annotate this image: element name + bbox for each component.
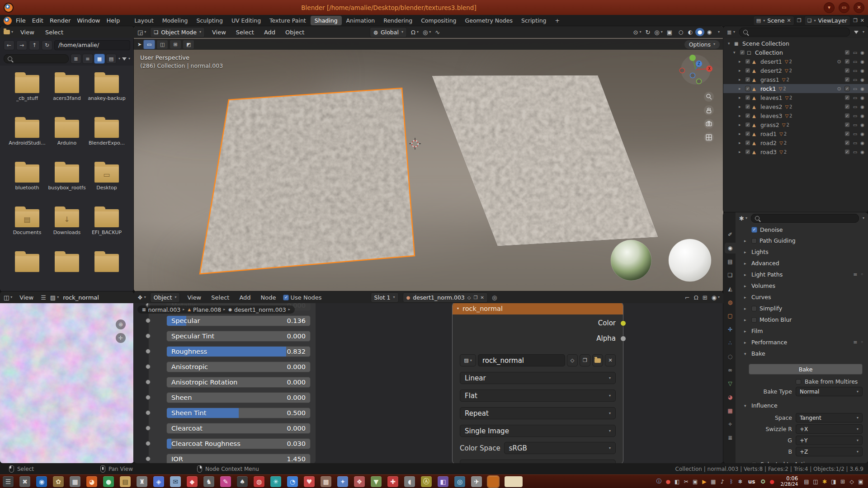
outliner-object-row[interactable]: ▸ ✓ ▲ grass1 ▽ 2 ⊙ ✓ ▭ ◉ [723,75,868,84]
node-input-socket[interactable] [146,426,151,431]
parent-node-tree-icon[interactable]: ⌐ [685,294,690,301]
denoise-row[interactable]: ✓ Denoise [737,224,868,235]
menu-item[interactable]: Select [42,28,66,37]
taskbar-app-icon[interactable]: ▼ [371,476,382,487]
collection-row[interactable]: ▾ ✓ □ Collection ✓ ▭ ◉ [723,48,868,57]
render-disable-icon[interactable]: ◉ [860,59,864,64]
swizzle-dropdown[interactable]: +Z▾ [796,447,863,456]
outliner-object-row[interactable]: ▸ ✓ ▲ leaves2 ▽ 2 ⊙ ✓ ▭ ◉ [723,102,868,111]
bsdf-slider[interactable]: IOR 1.450 [166,454,311,463]
node-input-socket[interactable] [146,349,151,354]
tray-icon[interactable]: ◨ [829,476,838,487]
render-disable-icon[interactable]: ◉ [860,86,864,91]
new-viewlayer-icon[interactable]: ❐ [853,18,858,23]
node-input-socket[interactable] [146,410,151,415]
tray-icon[interactable]: ▤ [802,476,811,487]
workspace-tab[interactable]: Geometry Nodes [461,16,517,25]
view-menu[interactable]: View [16,293,37,302]
shading-mode-button[interactable]: ◐ [686,28,695,36]
properties-tab[interactable]: ❏ [725,270,736,281]
properties-section[interactable]: ▸ Lights ≡◦ [737,246,868,258]
taskbar-app-icon[interactable]: ◆ [187,476,198,487]
folder-item[interactable] [7,249,47,291]
properties-section[interactable]: ▸ Film ≡◦ [737,325,868,337]
outliner-object-row[interactable]: ▸ ✓ ▲ leaves3 ▽ 2 ⊙ ✓ ▭ ◉ [723,111,868,120]
collapsed-menus-icon[interactable]: ☰ [41,294,46,301]
taskbar-app-icon[interactable]: ◖ [404,476,415,487]
menu-item[interactable]: View [17,28,38,37]
properties-section[interactable]: ▾ Bake ≡◦ [737,348,868,359]
tray-icon[interactable]: ◧ [673,476,682,487]
editor-type-button[interactable]: ◲▾ [137,29,146,36]
taskbar-app-icon[interactable]: ✦ [337,476,348,487]
blender-menu-icon[interactable] [4,17,12,25]
active-tool-icon[interactable]: ➤ [137,42,142,47]
influence-section[interactable]: ▾Influence [737,400,868,411]
select-checkbox[interactable]: ✓ [844,68,850,73]
taskbar-app-icon[interactable]: ✎ [220,476,231,487]
taskbar-app-icon[interactable]: ◕ [86,476,97,487]
menu-item[interactable]: File [13,16,29,25]
folder-item[interactable]: _cb_stuff [7,70,47,115]
object-checkbox[interactable]: ✓ [745,149,750,155]
folder-item[interactable]: bluetooth [7,160,47,205]
window-control-button[interactable]: ▭ [839,2,849,13]
expand-icon[interactable]: ▸ [739,141,745,145]
overlays-toggle[interactable]: ◉▾ [712,294,720,301]
shading-mode-button[interactable]: ○ [676,28,685,36]
folder-item[interactable]: AndroidStudi... [7,115,47,160]
fake-user-button[interactable]: ◇ [567,354,578,366]
expand-icon[interactable]: ▸ [739,113,745,118]
object-checkbox[interactable]: ✓ [745,131,750,136]
taskbar-app-icon[interactable]: ❖ [354,476,365,487]
image-texture-node[interactable]: ▾ rock_normal Color Alpha ▨▾ rock_norma [452,302,623,463]
render-disable-icon[interactable]: ◉ [860,113,864,118]
select-checkbox[interactable]: ✓ [844,140,850,145]
viewport-disable-icon[interactable]: ▭ [853,122,857,127]
taskbar-app-icon[interactable]: ▦ [70,476,80,487]
grid-snap-icon[interactable]: ⊞ [703,294,708,301]
bsdf-slider[interactable]: Anisotropic 0.000 [166,361,311,372]
properties-section[interactable]: ▸ Path Guiding ≡◦ [737,235,868,246]
node-dropdown[interactable]: Linear▾ [460,372,616,384]
snap-icon[interactable]: Ω [694,294,698,301]
menu-item[interactable]: Select [233,28,257,37]
select-mode-button[interactable]: ▭ [143,40,155,49]
alpha-output-socket[interactable] [620,336,626,342]
render-disable-icon[interactable]: ◉ [860,122,864,127]
properties-tab[interactable]: ◭ [725,283,736,294]
filter-icon[interactable] [122,57,127,61]
menu-item[interactable]: Edit [29,16,47,25]
display-mode-button[interactable]: ≡ [82,54,93,64]
properties-tab[interactable]: ✢ [725,324,736,335]
expand-icon[interactable]: ▸ [739,131,745,136]
use-nodes-checkbox[interactable]: ✓Use Nodes [283,294,321,301]
space-dropdown[interactable]: Tangent▾ [796,413,863,422]
image-name-field[interactable]: rock_normal [478,354,565,366]
folder-item[interactable]: anakey-backup [87,70,127,115]
select-checkbox[interactable]: ✓ [844,122,850,127]
copy-icon[interactable]: ❐ [474,295,478,300]
display-mode-button[interactable]: ▤ [106,54,117,64]
properties-options-chevron[interactable]: ▾ [863,216,864,220]
expand-icon[interactable]: ▸ [739,104,745,109]
outliner-object-row[interactable]: ▸ ✓ ▲ leaves1 ▽ 2 ⊙ ✓ ▭ ◉ [723,93,868,102]
render-disable-icon[interactable]: ◉ [860,77,864,82]
object-checkbox[interactable]: ✓ [745,95,750,100]
hide-icon[interactable]: ⊙ [837,59,841,65]
image-browse-button[interactable]: ▨▾ [460,354,476,366]
outliner-object-row[interactable]: ▸ ✓ ▲ road3 ▽ 2 ⊙ ✓ ▭ ◉ [723,147,868,156]
preset-icon[interactable]: ≡ [853,339,857,345]
workspace-tab[interactable]: + [551,16,564,25]
filter-settings-chevron[interactable]: ▾ [128,57,130,61]
viewport-canvas[interactable]: X Z [134,39,723,291]
properties-section[interactable]: ▸ Curves ≡◦ [737,291,868,303]
expand-icon[interactable]: ▸ [739,59,745,64]
bsdf-slider[interactable]: Clearcoat 0.000 [166,423,311,434]
taskbar-app-icon[interactable]: ♠ [237,476,248,487]
properties-tab[interactable]: ✐ [725,229,736,240]
menu-item[interactable]: Node [258,293,279,302]
viewport-disable-icon[interactable]: ▭ [853,113,857,118]
render-disable-icon[interactable]: ◉ [860,50,864,55]
properties-tab[interactable]: ▤ [725,256,736,267]
